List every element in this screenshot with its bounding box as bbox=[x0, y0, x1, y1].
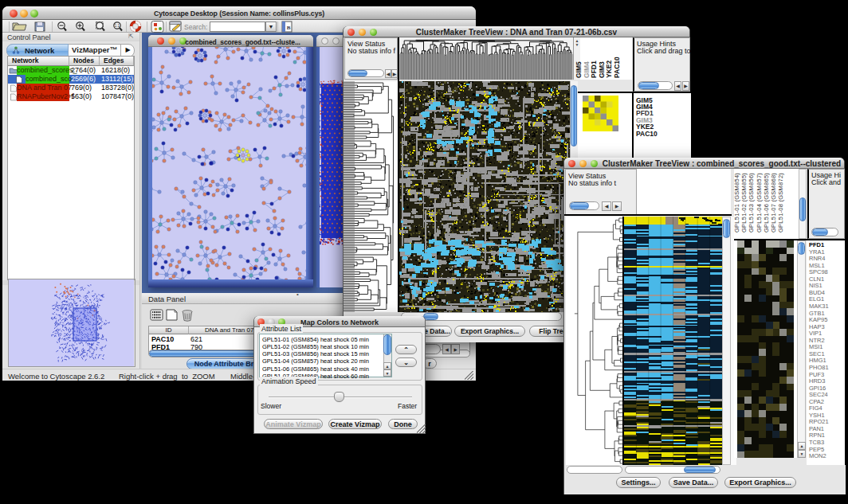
svg-text:1:1: 1:1 bbox=[115, 24, 120, 28]
svg-text:B: B bbox=[287, 25, 291, 31]
